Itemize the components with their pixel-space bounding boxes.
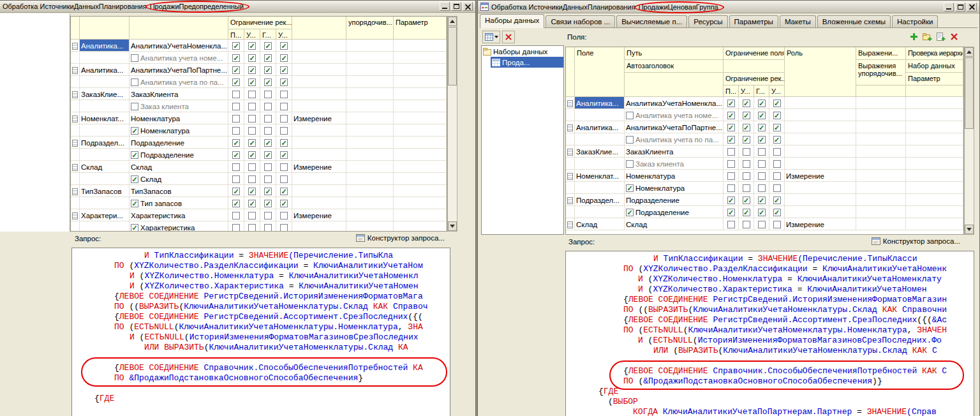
tab-3[interactable]: Вычисляемые п... <box>616 15 687 27</box>
restriction-checkbox[interactable]: ✓ <box>727 100 735 107</box>
restriction-checkbox[interactable] <box>264 212 272 219</box>
autotitle-row[interactable]: ✓Подразделение✓✓✓✓ <box>566 206 963 218</box>
autotitle-checkbox[interactable] <box>626 160 634 168</box>
restriction-checkbox[interactable] <box>232 115 240 123</box>
restriction-checkbox[interactable] <box>232 163 240 171</box>
extra-cell-1[interactable] <box>346 173 394 184</box>
restriction-checkbox[interactable]: ✓ <box>727 124 735 131</box>
restriction-checkbox[interactable] <box>232 103 240 110</box>
field-path-cell[interactable]: Аналитика учета номе... <box>130 52 228 63</box>
restriction-checkbox[interactable] <box>743 148 750 156</box>
restriction-checkbox[interactable]: ✓ <box>232 42 240 50</box>
restriction-checkbox[interactable] <box>743 184 750 192</box>
restriction-checkbox[interactable]: ✓ <box>280 151 288 159</box>
tab-6[interactable]: Макеты <box>780 15 816 27</box>
field-name-cell[interactable] <box>80 221 130 231</box>
field-name-cell[interactable] <box>80 52 130 63</box>
tree-item-dataset-sales[interactable]: Прода... <box>491 57 563 68</box>
extra-cell-1[interactable] <box>346 137 394 148</box>
restriction-checkbox[interactable]: ✓ <box>743 136 750 144</box>
restriction-checkbox[interactable] <box>280 91 288 98</box>
restriction-checkbox[interactable] <box>727 148 735 156</box>
restriction-checkbox[interactable]: ✓ <box>248 188 256 195</box>
field-row[interactable]: ЗаказКлие...ЗаказКлиента <box>71 88 447 100</box>
autotitle-checkbox[interactable]: ✓ <box>131 127 138 135</box>
field-role-cell[interactable] <box>785 121 856 133</box>
tab-5[interactable]: Параметры <box>729 15 778 27</box>
restriction-checkbox[interactable] <box>280 115 288 123</box>
autotitle-checkbox[interactable] <box>131 54 138 62</box>
restriction-checkbox[interactable]: ✓ <box>773 197 781 204</box>
extra-cell-1[interactable] <box>346 100 394 112</box>
extra-cell-2[interactable] <box>394 100 447 112</box>
extra-cell-1[interactable] <box>856 109 906 121</box>
restriction-checkbox[interactable]: ✓ <box>280 200 288 207</box>
extra-cell-1[interactable] <box>346 161 394 172</box>
extra-cell-2[interactable] <box>906 182 963 193</box>
extra-cell-2[interactable] <box>394 76 447 87</box>
field-path-cell[interactable]: Подразделение <box>130 137 228 148</box>
field-row[interactable]: Характери...ХарактеристикаИзмерение <box>71 209 447 221</box>
tab-8[interactable]: Настройки <box>892 15 938 27</box>
field-path-cell[interactable]: Аналитика учета по па... <box>130 76 228 87</box>
restriction-checkbox[interactable]: ✓ <box>248 78 256 86</box>
autotitle-checkbox[interactable]: ✓ <box>131 175 138 183</box>
restriction-checkbox[interactable] <box>280 163 288 171</box>
field-name-cell[interactable] <box>80 149 130 160</box>
field-row[interactable]: СкладСкладИзмерение <box>71 161 447 173</box>
field-path-cell[interactable]: Аналитика учета номе... <box>625 109 724 121</box>
field-row[interactable]: Номенклат...НоменклатураИзмерение <box>71 112 447 124</box>
extra-cell-1[interactable] <box>856 158 906 169</box>
field-name-cell[interactable]: Подраздел... <box>80 137 130 148</box>
extra-cell-1[interactable] <box>346 149 394 160</box>
field-role-cell[interactable] <box>292 52 346 63</box>
restriction-checkbox[interactable] <box>248 224 256 231</box>
field-path-cell[interactable]: Номенклатура <box>625 170 724 181</box>
field-name-cell[interactable]: Склад <box>80 161 130 172</box>
field-path-cell[interactable]: ✓Номенклатура <box>130 124 228 136</box>
extra-cell-1[interactable] <box>346 112 394 124</box>
field-name-cell[interactable]: ЗаказКлие... <box>575 145 625 157</box>
add-auto-field-icon[interactable] <box>936 32 946 41</box>
extra-cell-2[interactable] <box>906 170 963 181</box>
restriction-checkbox[interactable]: ✓ <box>773 209 781 216</box>
field-name-cell[interactable] <box>575 109 625 121</box>
extra-cell-1[interactable] <box>346 124 394 136</box>
field-role-cell[interactable] <box>785 182 856 193</box>
extra-cell-1[interactable] <box>856 145 906 157</box>
field-path-cell[interactable]: Подразделение <box>625 194 724 205</box>
autotitle-checkbox[interactable]: ✓ <box>626 209 634 216</box>
autotitle-row[interactable]: Аналитика учета номе...✓✓✓✓ <box>71 52 447 64</box>
autotitle-row[interactable]: ✓Склад <box>71 173 447 185</box>
field-name-cell[interactable]: Склад <box>575 218 625 230</box>
restriction-checkbox[interactable]: ✓ <box>758 100 766 107</box>
grid-scrollbar[interactable] <box>447 16 457 232</box>
field-path-cell[interactable]: АналитикаУчетаНоменкла... <box>130 40 228 51</box>
field-path-cell[interactable]: ✓Подразделение <box>130 149 228 160</box>
restriction-checkbox[interactable]: ✓ <box>758 112 766 119</box>
field-row[interactable]: ЗаказКлие...ЗаказКлиента <box>566 145 963 158</box>
restriction-checkbox[interactable]: ✓ <box>743 197 750 204</box>
restriction-checkbox[interactable] <box>264 115 272 123</box>
autotitle-row[interactable]: ✓Характеристика <box>71 221 447 231</box>
field-name-cell[interactable] <box>575 158 625 169</box>
restriction-checkbox[interactable]: ✓ <box>743 112 750 119</box>
field-path-cell[interactable]: Характеристика <box>130 209 228 221</box>
close-button[interactable] <box>463 2 473 11</box>
restriction-checkbox[interactable]: ✓ <box>264 66 272 74</box>
extra-cell-2[interactable] <box>906 145 963 157</box>
extra-cell-1[interactable] <box>856 133 906 145</box>
restriction-checkbox[interactable]: ✓ <box>264 200 272 207</box>
restriction-checkbox[interactable]: ✓ <box>264 188 272 195</box>
field-path-cell[interactable]: Заказ клиента <box>130 100 228 112</box>
field-path-cell[interactable]: Склад <box>625 218 724 230</box>
extra-cell-1[interactable] <box>346 221 394 231</box>
field-name-cell[interactable] <box>575 133 625 145</box>
field-name-cell[interactable]: ТипЗапасов <box>80 185 130 197</box>
restriction-checkbox[interactable]: ✓ <box>280 188 288 195</box>
field-role-cell[interactable]: Измерение <box>785 170 856 181</box>
extra-cell-1[interactable] <box>346 185 394 197</box>
tab-1[interactable]: Наборы данных <box>480 14 544 28</box>
field-role-cell[interactable] <box>292 221 346 231</box>
field-row[interactable]: ТипЗапасовТипЗапасов✓✓✓✓ <box>71 185 447 197</box>
